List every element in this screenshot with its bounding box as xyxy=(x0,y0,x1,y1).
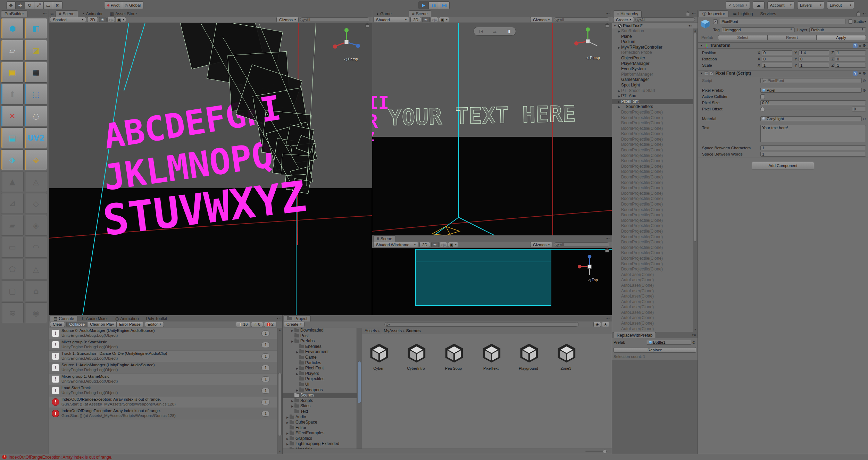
smoothing-editor[interactable]: ◪ xyxy=(25,40,47,61)
scale-tool[interactable]: ⤢ xyxy=(34,1,44,9)
space-between-words-field[interactable]: 1 xyxy=(760,152,866,157)
hierarchy-item[interactable]: ▶AutoLaser(Clone) xyxy=(612,326,693,332)
pivot-toggle-button[interactable]: ◆ Pivot xyxy=(104,1,122,9)
hierarchy-create-dropdown[interactable]: Create▾ xyxy=(613,17,634,22)
slider-thumb[interactable] xyxy=(760,107,765,111)
hierarchy-item[interactable]: ▶AutoLaser(Clone) xyxy=(612,294,693,299)
shading-mode-dropdown[interactable]: Shaded▾ xyxy=(50,17,86,22)
project-tree-item[interactable]: ▶Lightmapping Extended xyxy=(283,441,357,447)
hierarchy-item[interactable]: ▶BoomProjectile(Clone) xyxy=(612,169,693,175)
hierarchy-item[interactable]: ▶AutoLaser(Clone) xyxy=(612,277,693,283)
hierarchy-item[interactable]: ▶BoomProjectile(Clone) xyxy=(612,267,693,272)
tag-dropdown[interactable]: Untagged▲▼ xyxy=(722,27,795,32)
hierarchy-item[interactable]: ▶AutoLaser(Clone) xyxy=(612,272,693,278)
scale-y-field[interactable]: 1 xyxy=(799,63,829,68)
subdivide-object-tool[interactable]: ◬ xyxy=(25,171,47,192)
uv-editor[interactable]: ▦ xyxy=(25,62,47,83)
foldout-arrow[interactable]: ▼ xyxy=(614,24,616,27)
tab-animation[interactable]: ◷Animation xyxy=(112,316,142,321)
layer-dropdown[interactable]: Default▲▼ xyxy=(809,27,866,32)
hierarchy-item[interactable]: ▶Podium xyxy=(612,39,693,45)
project-tree-item[interactable]: ▶Environment xyxy=(283,349,357,355)
rect-tool[interactable]: ▭ xyxy=(44,1,53,9)
pixel-offset-field[interactable]: 0 xyxy=(852,107,866,111)
bezier-shape-tool[interactable]: ▱ xyxy=(1,40,24,61)
hierarchy-item[interactable]: ▶PlatformManager xyxy=(612,72,693,77)
hierarchy-item[interactable]: ▶BoomProjectile(Clone) xyxy=(612,229,693,234)
scene-viewport[interactable]: ABCDEFGH JKLMNOPQR xyxy=(49,23,372,315)
probuilder-menu-icon[interactable]: ▾≡ xyxy=(43,12,47,15)
search-by-type-button[interactable]: ◈ xyxy=(593,322,601,327)
scene2-orientation-gizmo[interactable] xyxy=(572,26,603,57)
clear-button[interactable]: Clear xyxy=(50,322,65,327)
tab-probuilder[interactable]: ProBuilder xyxy=(1,10,27,17)
hierarchy-item[interactable]: ▶BoomProjectile(Clone) xyxy=(612,126,693,132)
scene-header-row[interactable]: ▼ PixelText* ▾≡ xyxy=(612,23,698,29)
vr-overlay-toolbar[interactable]: ◳ ⌓ ◨ xyxy=(474,27,516,36)
gameobject-name-field[interactable]: PixelFont xyxy=(720,19,845,24)
project-tree-item[interactable]: ▶Skies xyxy=(283,403,357,409)
shading-mode-dropdown[interactable]: Shaded Wireframe▾ xyxy=(373,242,418,247)
hierarchy-item[interactable]: ▶BoomProjectile(Clone) xyxy=(612,245,693,251)
persp-label-2[interactable]: ◁ Persp xyxy=(586,56,600,60)
hand-tool[interactable]: ✥ xyxy=(6,1,16,9)
unwrap-faces-tool[interactable]: ⬓ xyxy=(1,127,24,148)
scene-menu-icon[interactable]: ▾≡ xyxy=(688,24,692,27)
project-tree-item[interactable]: ▶Editor xyxy=(283,425,357,431)
scene-asset-item[interactable]: Cyber xyxy=(367,342,390,370)
hierarchy-item[interactable]: ▶__SoundEmitters__ xyxy=(612,104,693,110)
console-message-row[interactable]: ! IndexOutOfRangeException: Array index … xyxy=(49,396,277,408)
top-label[interactable]: ◁ Top xyxy=(588,278,598,282)
hierarchy-item[interactable]: ▶AutoLaser(Clone) xyxy=(612,283,693,288)
active-collider-checkbox[interactable] xyxy=(760,94,765,99)
flip-normals-tool[interactable]: ▲ xyxy=(1,171,24,192)
breadcrumb-scenes[interactable]: Scenes xyxy=(406,328,421,333)
project-tree-item[interactable]: ▶Game xyxy=(283,355,357,360)
help-icon[interactable]: ? xyxy=(853,43,858,48)
rotation-z-field[interactable]: 0 xyxy=(835,57,866,61)
mirror-objects-tool[interactable]: ⬗ xyxy=(1,149,24,170)
project-tree-item[interactable]: ▶Post xyxy=(283,333,357,339)
error-count-toggle[interactable]: !2 xyxy=(264,322,276,327)
step-button[interactable]: ▶▮ xyxy=(439,1,450,9)
project-tree-item[interactable]: ▶Scenes xyxy=(283,393,357,398)
project-tree-item[interactable]: ▶Scripts xyxy=(283,398,357,404)
top-lock-icon[interactable] xyxy=(605,249,609,253)
scene-orientation-gizmo[interactable] xyxy=(331,26,362,58)
hierarchy-item[interactable]: ▶BoomProjectile(Clone) xyxy=(612,180,693,186)
extrude-faces-tool[interactable]: ▰ xyxy=(1,215,24,236)
conform-normals-tool[interactable]: ◇ xyxy=(25,193,47,214)
overlay-brush-icon[interactable]: ◨ xyxy=(507,29,510,34)
export-asset-tool[interactable]: ⬆ xyxy=(1,84,24,104)
scene-search-input[interactable]: Q▾All xyxy=(554,17,609,22)
gear-icon[interactable]: ⚙ xyxy=(862,43,866,48)
rotation-y-field[interactable]: 0 xyxy=(799,57,829,61)
project-tree-item[interactable]: ▶UI xyxy=(283,382,357,387)
position-y-field[interactable]: 1.4 xyxy=(799,50,829,55)
static-checkbox[interactable] xyxy=(848,19,852,24)
hierarchy-item[interactable]: ▶AutoLaser(Clone) xyxy=(612,321,693,326)
tab-scene[interactable]: #Scene xyxy=(56,10,78,17)
hierarchy-item[interactable]: ▶BoomProjectile(Clone) xyxy=(612,202,693,207)
panel-menu-icon[interactable]: ▾≡ xyxy=(606,12,610,15)
presets-icon[interactable]: ≡ xyxy=(859,43,861,48)
triangulate-tool[interactable]: ⊿ xyxy=(1,193,24,214)
inspector-menu-icon[interactable]: ▾≡ xyxy=(862,12,867,15)
hierarchy-item[interactable]: ▶BoomProjectile(Clone) xyxy=(612,131,693,137)
detach-faces-tool[interactable]: ◈ xyxy=(25,215,47,236)
hierarchy-item[interactable]: ▶BoomProjectile(Clone) xyxy=(612,137,693,142)
project-tree-item[interactable]: ▶Downloaded xyxy=(283,328,357,333)
gear-icon[interactable]: ⚙ xyxy=(862,71,866,76)
hierarchy-item[interactable]: ▶Spot Light xyxy=(612,83,693,88)
2d-toggle[interactable]: 2D xyxy=(87,17,98,22)
project-tree-item[interactable]: ▶Projectiles xyxy=(283,376,357,382)
prefab-select-button[interactable]: Select xyxy=(718,35,768,40)
replace-button[interactable]: Replace xyxy=(614,347,696,353)
scene-lock-icon[interactable] xyxy=(365,24,369,28)
top-viewport[interactable]: ◁ Top xyxy=(372,248,612,315)
2d-toggle[interactable]: 2D xyxy=(419,242,430,247)
breadcrumb-myassets[interactable]: _MyAssets xyxy=(382,328,402,333)
project-tree-scrollbar[interactable] xyxy=(357,328,362,449)
scene-asset-item[interactable]: Playground xyxy=(517,342,540,370)
hierarchy-item[interactable]: ▶PlayerManager xyxy=(612,61,693,67)
